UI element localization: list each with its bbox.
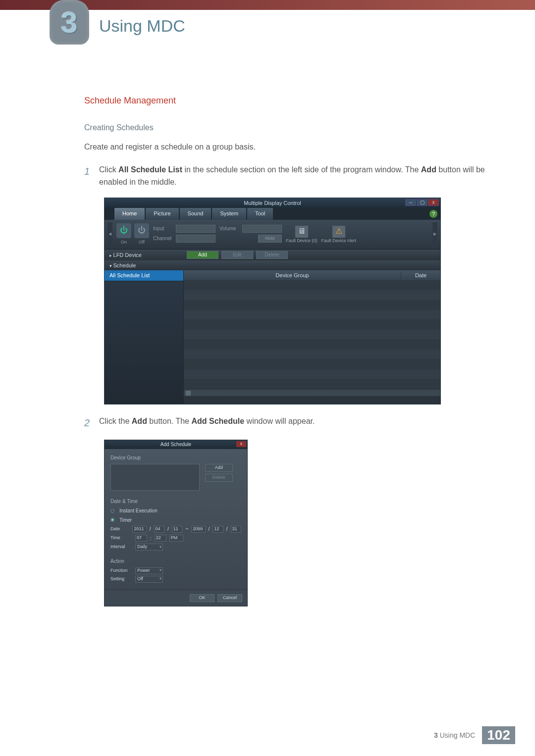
page-footer: 3 Using MDC 102 (434, 726, 515, 744)
input-label: Input (153, 225, 174, 233)
timer-row[interactable]: Timer (110, 516, 241, 524)
step-2: 2 Click the Add button. The Add Schedule… (84, 415, 490, 431)
tree-header-schedule[interactable]: Schedule (105, 261, 184, 270)
date-m1-spinner[interactable]: 04 (154, 526, 164, 533)
action-section: Action Function Power Setting Off (110, 557, 241, 583)
function-label: Function (110, 567, 132, 574)
tree-item-all-schedule[interactable]: All Schedule List (105, 270, 183, 281)
delete-button[interactable]: Delete (256, 251, 288, 259)
footer-text: 3 Using MDC (434, 731, 475, 739)
date-label: Date (110, 526, 129, 533)
date-y2-spinner[interactable]: 2099 (191, 526, 205, 533)
edit-button[interactable]: Edit (221, 251, 253, 259)
ribbon-power-group: ⏻ On ⏻ Off (116, 223, 149, 246)
window-controls: – ▢ x (405, 199, 439, 206)
ribbon-scroll-left[interactable]: ◀ (107, 222, 112, 247)
grid-header: Device Group Date (184, 270, 440, 280)
table-row (184, 379, 440, 389)
mdc-body: All Schedule List Device Group Date (105, 270, 440, 404)
device-group-listbox[interactable] (110, 464, 200, 491)
mdc-tree: All Schedule List (105, 270, 184, 404)
power-off-wrap: ⏻ Off (134, 223, 149, 246)
channel-label: Channel (153, 235, 174, 243)
fault-alert-wrap: ⚠ Fault Device Alert (321, 226, 357, 244)
device-group-add-button[interactable]: Add (205, 464, 233, 472)
minimize-button[interactable]: – (405, 199, 416, 206)
mdc-window-screenshot: Multiple Display Control – ▢ x Home Pict… (104, 198, 441, 404)
mdc-titlebar: Multiple Display Control – ▢ x (105, 198, 440, 208)
power-off-label: Off (139, 239, 145, 246)
ok-button[interactable]: OK (190, 594, 214, 602)
instant-execution-label: Instant Execution (119, 507, 158, 515)
power-on-wrap: ⏻ On (116, 223, 131, 246)
help-button[interactable]: ? (429, 210, 437, 218)
time-row: Time 07: 22 PM (110, 535, 241, 543)
tab-system[interactable]: System (212, 207, 246, 220)
table-row (184, 330, 440, 340)
input-combo[interactable] (176, 225, 215, 233)
interval-row: Interval Daily (110, 544, 241, 551)
chapter-title: Using MDC (99, 16, 185, 36)
tab-picture[interactable]: Picture (146, 207, 178, 220)
date-m2-spinner[interactable]: 12 (213, 526, 223, 533)
mdc-ribbon: ◀ ⏻ On ⏻ Off Input Channel Volume Mute (105, 220, 440, 250)
table-row (184, 290, 440, 300)
dialog-close-button[interactable]: x (236, 441, 246, 447)
mute-button[interactable]: Mute (258, 235, 282, 243)
radio-timer[interactable] (110, 518, 114, 522)
function-row: Function Power (110, 567, 241, 574)
fault-device-icon[interactable]: 🖥 (295, 226, 308, 238)
date-y1-spinner[interactable]: 2011 (132, 526, 146, 533)
channel-spinner[interactable] (176, 235, 215, 243)
dialog-title: Add Schedule (160, 441, 191, 449)
setting-label: Setting (110, 576, 132, 583)
grid-col-device-group: Device Group (184, 271, 401, 280)
function-combo[interactable]: Power (135, 567, 163, 574)
tab-tool[interactable]: Tool (247, 207, 273, 220)
step-2-text: Click the Add button. The Add Schedule w… (99, 415, 315, 431)
time-m-spinner[interactable]: 22 (155, 535, 166, 542)
dialog-footer: OK Cancel (105, 590, 247, 606)
step-1: 1 Click All Schedule List in the schedul… (84, 164, 490, 189)
date-d2-spinner[interactable]: 31 (231, 526, 241, 533)
instant-execution-row[interactable]: Instant Execution (110, 507, 241, 515)
maximize-button[interactable]: ▢ (417, 199, 428, 206)
device-group-delete-button[interactable]: Delete (205, 474, 233, 482)
add-button[interactable]: Add (187, 251, 218, 259)
add-schedule-dialog: Add Schedule x Device Group Add Delete D… (104, 440, 248, 606)
date-tilde: ~ (185, 525, 188, 533)
table-row (184, 340, 440, 350)
power-off-icon[interactable]: ⏻ (134, 223, 149, 238)
power-on-icon[interactable]: ⏻ (116, 223, 131, 238)
close-button[interactable]: x (428, 199, 439, 206)
fault-device-wrap: 🖥 Fault Device (0) (286, 226, 318, 244)
time-h-spinner[interactable]: 07 (135, 535, 147, 542)
grid-col-date: Date (401, 271, 440, 280)
table-row (184, 369, 440, 379)
scrollbar-thumb[interactable] (186, 391, 191, 396)
volume-label: Volume (219, 225, 240, 233)
fault-alert-icon[interactable]: ⚠ (332, 226, 345, 238)
datetime-section: Date & Time Instant Execution Timer Date… (110, 498, 241, 551)
step-1-number: 1 (84, 164, 99, 189)
radio-instant[interactable] (110, 509, 114, 513)
tree-header-lfd[interactable]: LFD Device (105, 251, 184, 259)
date-d1-spinner[interactable]: 11 (172, 526, 182, 533)
horizontal-scrollbar[interactable] (184, 389, 440, 396)
interval-label: Interval (110, 544, 132, 551)
page-number: 102 (482, 726, 515, 744)
volume-input[interactable] (242, 225, 282, 233)
table-row (184, 350, 440, 359)
mdc-window-title: Multiple Display Control (244, 199, 301, 207)
ribbon-scroll-right[interactable]: ▶ (432, 222, 437, 247)
cancel-button[interactable]: Cancel (217, 594, 242, 602)
setting-combo[interactable]: Off (135, 576, 163, 583)
table-row (184, 300, 440, 310)
tab-home[interactable]: Home (114, 207, 145, 220)
intro-text: Create and register a schedule on a grou… (84, 141, 490, 153)
time-ampm-spinner[interactable]: PM (169, 535, 183, 542)
power-on-label: On (121, 239, 127, 246)
mdc-grid: Device Group Date (184, 270, 440, 404)
tab-sound[interactable]: Sound (180, 207, 212, 220)
interval-combo[interactable]: Daily (135, 544, 163, 551)
